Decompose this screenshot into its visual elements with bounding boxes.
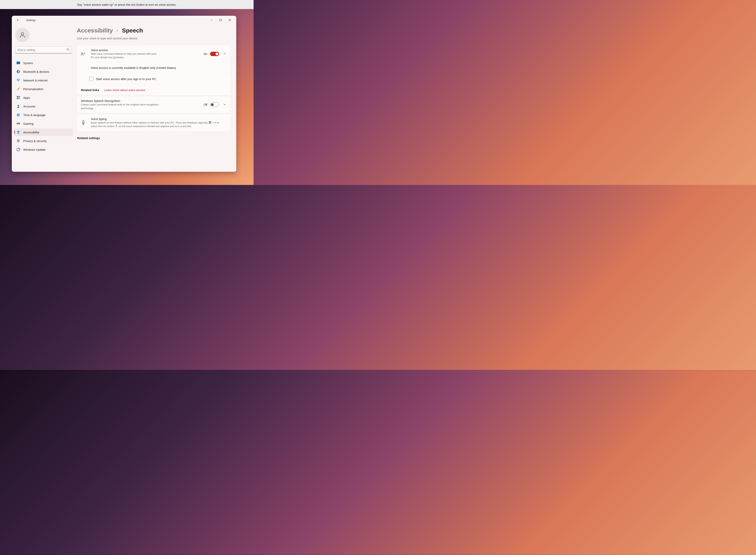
voice-access-banner: Say "voice access wake up" or press the … bbox=[0, 0, 253, 9]
titlebar: Settings bbox=[12, 16, 236, 25]
sidebar-item-label: Personalization bbox=[23, 87, 43, 91]
sidebar-item-label: System bbox=[23, 61, 33, 65]
banner-text: Say "voice access wake up" or press the … bbox=[77, 3, 176, 6]
voice-access-availability-note: Voice access is currently available in E… bbox=[77, 62, 230, 73]
search-input[interactable] bbox=[17, 48, 67, 51]
breadcrumb: Accessibility Speech bbox=[77, 27, 230, 34]
shield-icon bbox=[16, 139, 20, 143]
sidebar-item-label: Windows Update bbox=[23, 148, 45, 151]
autostart-checkbox[interactable] bbox=[89, 77, 93, 81]
sidebar-item-bluetooth[interactable]: Bluetooth & devices bbox=[14, 68, 73, 76]
svg-rect-11 bbox=[17, 96, 18, 97]
voice-access-toggle[interactable] bbox=[210, 52, 219, 56]
sidebar-item-label: Bluetooth & devices bbox=[23, 70, 49, 73]
sidebar-item-label: Apps bbox=[23, 96, 30, 99]
autostart-label: Start voice access after you sign in to … bbox=[96, 77, 156, 81]
svg-line-6 bbox=[69, 50, 69, 51]
bluetooth-icon bbox=[16, 70, 20, 73]
breadcrumb-parent[interactable]: Accessibility bbox=[77, 27, 113, 34]
svg-point-10 bbox=[18, 81, 18, 82]
svg-rect-30 bbox=[210, 123, 211, 124]
learn-more-link[interactable]: Learn more about voice access bbox=[104, 88, 145, 92]
sidebar-item-label: Accessibility bbox=[23, 131, 39, 134]
voice-typing-row: Voice typing Basic speech-to-text featur… bbox=[77, 114, 230, 131]
wsr-title: Windows Speech Recognition bbox=[81, 99, 204, 102]
mic-small-icon bbox=[115, 125, 117, 128]
sidebar-item-label: Accounts bbox=[23, 105, 35, 108]
sidebar-item-personalization[interactable]: Personalization bbox=[14, 85, 73, 93]
wsr-state-label: Off bbox=[204, 103, 207, 106]
update-icon bbox=[16, 148, 20, 151]
svg-rect-31 bbox=[116, 125, 117, 126]
chevron-down-icon[interactable] bbox=[223, 104, 226, 105]
gamepad-icon bbox=[16, 122, 20, 125]
svg-rect-12 bbox=[18, 96, 20, 97]
svg-point-4 bbox=[21, 33, 24, 35]
desktop-wallpaper: Settings bbox=[0, 9, 253, 185]
svg-point-5 bbox=[67, 48, 69, 50]
svg-rect-28 bbox=[210, 121, 211, 122]
page-description: Use your voice to type and control your … bbox=[77, 37, 230, 40]
back-button[interactable] bbox=[16, 18, 19, 22]
svg-point-18 bbox=[18, 131, 19, 132]
user-avatar[interactable] bbox=[15, 28, 30, 42]
voice-access-title: Voice access bbox=[91, 48, 204, 52]
svg-rect-13 bbox=[17, 98, 18, 99]
minimize-button[interactable] bbox=[207, 17, 216, 23]
svg-rect-29 bbox=[209, 123, 210, 124]
apps-icon bbox=[16, 96, 20, 99]
voice-access-state-label: On bbox=[204, 52, 207, 55]
wsr-row[interactable]: Windows Speech Recognition Classic voice… bbox=[77, 96, 230, 113]
voice-access-description: New voice command feature to help you in… bbox=[91, 52, 158, 59]
svg-point-20 bbox=[81, 52, 83, 54]
main-content: Accessibility Speech Use your voice to t… bbox=[75, 25, 236, 172]
sidebar-item-windows-update[interactable]: Windows Update bbox=[14, 145, 73, 154]
voice-access-autostart-row[interactable]: Start voice access after you sign in to … bbox=[77, 73, 230, 85]
voice-access-icon bbox=[81, 52, 86, 56]
chevron-right-icon bbox=[116, 28, 119, 33]
breadcrumb-current: Speech bbox=[122, 27, 143, 34]
window-title: Settings bbox=[26, 19, 36, 22]
paintbrush-icon bbox=[16, 87, 20, 91]
svg-rect-27 bbox=[209, 121, 210, 122]
voice-typing-description: Basic speech-to-text feature without oth… bbox=[91, 121, 226, 128]
settings-window: Settings bbox=[12, 16, 236, 172]
wsr-toggle[interactable] bbox=[210, 102, 219, 107]
wsr-description: Classic voice command feature built on t… bbox=[81, 103, 160, 110]
voice-typing-card: Voice typing Basic speech-to-text featur… bbox=[77, 114, 230, 132]
related-settings-heading: Related settings bbox=[77, 136, 230, 140]
sidebar-item-network[interactable]: Network & internet bbox=[14, 76, 73, 84]
svg-rect-8 bbox=[16, 63, 20, 64]
close-button[interactable] bbox=[225, 17, 234, 23]
maximize-button[interactable] bbox=[216, 17, 225, 23]
chevron-up-icon[interactable] bbox=[223, 53, 226, 55]
wifi-icon bbox=[16, 79, 20, 82]
svg-point-15 bbox=[17, 105, 19, 106]
svg-rect-1 bbox=[220, 19, 222, 21]
sidebar-item-label: Privacy & security bbox=[23, 139, 47, 143]
search-box[interactable] bbox=[15, 46, 72, 53]
clock-globe-icon bbox=[16, 113, 20, 117]
wsr-card: Windows Speech Recognition Classic voice… bbox=[77, 96, 230, 113]
sidebar-item-label: Time & language bbox=[23, 113, 45, 117]
voice-access-card: Voice access New voice command feature t… bbox=[77, 45, 230, 95]
search-icon bbox=[67, 48, 70, 52]
voice-access-header-row[interactable]: Voice access New voice command feature t… bbox=[77, 45, 230, 62]
mic-icon bbox=[81, 120, 86, 125]
sidebar: System Bluetooth & devices Network & int… bbox=[12, 25, 75, 172]
svg-rect-24 bbox=[83, 120, 84, 123]
voice-access-related-links: Related links Learn more about voice acc… bbox=[77, 85, 230, 95]
sidebar-item-system[interactable]: System bbox=[14, 59, 73, 67]
related-links-label: Related links bbox=[81, 88, 99, 92]
accessibility-icon bbox=[16, 130, 20, 134]
system-icon bbox=[16, 61, 20, 65]
sidebar-item-gaming[interactable]: Gaming bbox=[14, 120, 73, 127]
sidebar-item-time-language[interactable]: Time & language bbox=[14, 111, 73, 119]
accounts-icon bbox=[16, 104, 20, 108]
sidebar-item-accessibility[interactable]: Accessibility bbox=[14, 128, 73, 136]
sidebar-item-apps[interactable]: Apps bbox=[14, 94, 73, 101]
sidebar-item-privacy[interactable]: Privacy & security bbox=[14, 137, 73, 145]
sidebar-item-label: Gaming bbox=[23, 122, 34, 125]
windows-key-icon bbox=[209, 121, 211, 125]
sidebar-item-accounts[interactable]: Accounts bbox=[14, 102, 73, 110]
